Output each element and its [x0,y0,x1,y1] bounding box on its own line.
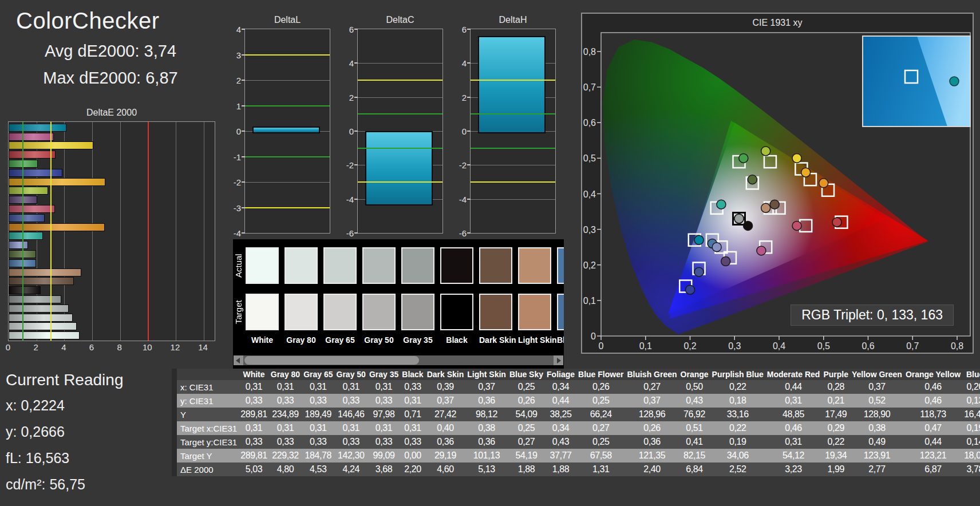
current-reading-block: Current Reading x: 0,2224 y: 0,2666 fL: … [6,371,166,503]
table-cell: 54,19 [508,449,545,462]
table-cell: 0,43 [545,435,576,449]
column-header: Black [400,369,425,380]
delta-chart-deltah: DeltaH-6-4-20246 [449,14,556,243]
table-cell: 0,44 [545,394,576,408]
swatch-actual [323,247,357,284]
deltae-bar [9,232,43,240]
table-cell: 0,71 [400,408,425,421]
table-cell: 118,73 [904,408,962,421]
table-cell: 0,20 [962,380,980,394]
delta-bar [252,126,320,133]
deltae-bar-row [9,133,215,140]
cie-y-tick-label: 0,3 [583,225,596,235]
deltae-bar-row [9,232,215,239]
table-cell: 29,19 [425,449,466,462]
table-cell: 142,30 [335,449,368,462]
cie-measured-circle [694,235,704,244]
column-header: Blue [962,369,980,380]
table-row: Target y:CIE310,330,330,330,330,330,330,… [177,435,980,449]
y-tick-dash [467,232,471,234]
reference-line [245,54,330,56]
delta-chart-title: DeltaC [357,15,443,25]
table-cell: 2,52 [710,462,765,476]
scroll-left-arrow[interactable] [234,355,243,365]
table-cell: 1,99 [821,462,850,476]
column-header: Gray 50 [335,369,368,380]
reference-line [471,148,555,149]
table-cell: 0,44 [904,435,962,449]
y-tick-label: 4 [236,25,241,34]
grid-line [358,63,442,64]
swatch-scrollbar[interactable] [234,355,563,365]
table-cell: 99,09 [368,449,400,462]
table-cell: 18,09 [962,449,980,462]
cie-measured-circle [739,153,748,163]
y-tick-label: 2 [462,92,467,102]
table-cell: 0,33 [335,435,368,449]
table-cell: 0,33 [368,394,400,408]
y-tick-label: -6 [346,228,354,238]
axis-tick-label: 10 [143,342,152,352]
cie-x-tick-label: 0 [599,341,604,351]
table-cell: 0,22 [821,435,850,449]
cie-measured-circle [744,221,753,230]
deltae2000-bars [9,122,215,341]
y-tick-label: 2 [236,76,241,85]
cie-y-tick-label: 0,6 [583,118,596,128]
table-cell: 0,38 [850,421,904,435]
reference-line [471,80,555,81]
avg-de2000: Avg dE2000: 3,74 [16,42,205,61]
table-cell: 0,25 [576,394,625,408]
deltae-bar [9,187,48,195]
deltae-bar-row [9,124,215,131]
table-cell: 0,33 [239,435,269,449]
deltae-bar [9,241,28,249]
table-row: Target x:CIE310,310,310,310,310,310,310,… [177,421,980,435]
grid-line [471,199,555,200]
deltae-bar-row [9,223,215,231]
scrollbar-thumb[interactable] [244,356,419,365]
cie-y-tick-label: 0,2 [583,260,596,270]
deltae2000-chart: DeltaE 2000 02468101214 [5,108,219,357]
row-label: x: CIE31 [177,380,239,394]
table-cell: 0,36 [425,435,466,449]
table-cell: 0,31 [368,380,400,394]
reference-line [471,181,555,183]
reference-line [245,105,330,106]
cie-x-tick-label: 0,4 [773,341,785,351]
swatch-label: Black [440,335,473,345]
table-cell: 0,31 [335,380,368,394]
table-cell: 0,36 [625,435,678,449]
deltae-bar [9,331,80,339]
table-cell: 0,21 [821,394,850,408]
cie-x-tick-label: 0,2 [683,341,696,351]
y-tick-label: -2 [234,177,241,187]
y-tick-label: 1 [236,101,241,110]
table-cell: 5,13 [465,462,508,476]
reference-line [50,122,52,341]
reference-line [358,80,442,81]
deltae-bar-row [9,196,215,203]
delta-bar [478,36,546,133]
column-header: Gray 80 [269,369,302,380]
delta-chart-plot: -4-3-2-101234 [244,29,330,234]
table-cell: 123,21 [904,449,962,462]
swatch-target [284,294,318,330]
cie-measured-circle [832,218,841,227]
current-cdm2: cd/m²: 56,75 [6,476,166,493]
table-cell: 6,87 [904,462,962,476]
table-cell: 121,35 [625,449,678,462]
cie-y-tick-label: 0,8 [583,47,596,57]
swatch-label: Gray 50 [362,335,396,345]
table-cell: 0,43 [679,394,710,408]
table-cell: 4,24 [335,462,368,476]
scroll-right-arrow[interactable] [554,355,563,365]
table-cell: 0,31 [269,380,302,394]
rgb-triplet-readout: RGB Triplet: 0, 133, 163 [791,305,954,326]
table-cell: 0,31 [400,421,425,435]
table-cell: 0,31 [335,421,368,435]
table-cell: 0,31 [239,380,269,394]
deltae-bar-row [9,286,215,294]
deltae-bar [9,169,62,177]
table-cell: 0,26 [576,380,625,394]
